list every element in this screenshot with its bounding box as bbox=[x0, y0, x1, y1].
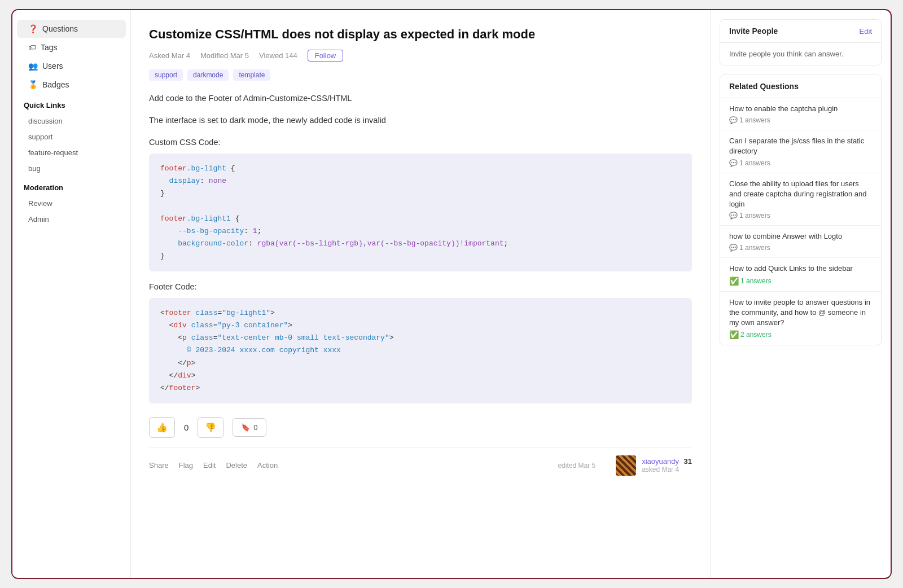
sidebar-item-questions[interactable]: ❓Questions bbox=[17, 20, 126, 38]
sidebar: ❓Questions🏷Tags👥Users🏅Badges Quick Links… bbox=[12, 10, 131, 578]
related-title: Related Questions bbox=[729, 82, 799, 91]
author-rep: 31 bbox=[684, 457, 692, 466]
related-item-3[interactable]: how to combine Answer with Logto 💬 1 ans… bbox=[720, 226, 881, 258]
tag-darkmode[interactable]: darkmode bbox=[187, 69, 229, 81]
question-body-line1: Add code to the Footer of Admin-Customiz… bbox=[149, 92, 692, 105]
downvote-button[interactable]: 👎 bbox=[198, 417, 223, 438]
related-header: Related Questions bbox=[720, 75, 881, 98]
related-item-meta-4: ✅ 1 answers bbox=[729, 277, 872, 286]
action-link[interactable]: Action bbox=[257, 461, 278, 469]
related-item-meta-1: 💬 1 answers bbox=[729, 159, 872, 167]
related-questions-card: Related Questions How to enable the capt… bbox=[720, 74, 882, 345]
answer-badge-0: 💬 1 answers bbox=[729, 116, 770, 124]
modified-date: Modified Mar 5 bbox=[200, 51, 249, 60]
css-code-block: footer.bg-light { display: none } footer… bbox=[149, 153, 692, 271]
related-item-title-1: Can I separate the js/css files in the s… bbox=[729, 136, 872, 156]
follow-button[interactable]: Follow bbox=[308, 50, 344, 62]
viewed-count: Viewed 144 bbox=[259, 51, 297, 60]
quick-links-title: Quick Links bbox=[12, 94, 130, 113]
question-title: Customize CSS/HTML does not display as e… bbox=[149, 26, 692, 43]
answer-count-2: 1 answers bbox=[739, 212, 770, 220]
related-item-title-4: How to add Quick Links to the sidebar bbox=[729, 264, 872, 274]
related-item-meta-2: 💬 1 answers bbox=[729, 212, 872, 220]
comment-icon: 💬 bbox=[729, 159, 738, 167]
related-item-1[interactable]: Can I separate the js/css files in the s… bbox=[720, 130, 881, 173]
flag-link[interactable]: Flag bbox=[179, 461, 193, 469]
answer-badge-3: 💬 1 answers bbox=[729, 244, 770, 252]
answer-badge-4: ✅ 1 answers bbox=[729, 277, 772, 286]
author-name[interactable]: xiaoyuandy bbox=[642, 457, 679, 466]
bookmark-count: 0 bbox=[253, 423, 257, 432]
question-body-line2: The interface is set to dark mode, the n… bbox=[149, 114, 692, 127]
quick-link-bug[interactable]: bug bbox=[17, 161, 126, 176]
related-item-title-0: How to enable the captcha plugin bbox=[729, 104, 872, 114]
related-item-5[interactable]: How to invite people to answer questions… bbox=[720, 292, 881, 345]
answer-badge-1: 💬 1 answers bbox=[729, 159, 770, 167]
share-link[interactable]: Share bbox=[149, 461, 169, 469]
related-item-meta-3: 💬 1 answers bbox=[729, 244, 872, 252]
sidebar-item-tags[interactable]: 🏷Tags bbox=[17, 38, 126, 56]
answer-badge-2: 💬 1 answers bbox=[729, 212, 770, 220]
related-item-title-3: how to combine Answer with Logto bbox=[729, 231, 872, 242]
delete-link[interactable]: Delete bbox=[226, 461, 247, 469]
related-item-meta-0: 💬 1 answers bbox=[729, 116, 872, 124]
comment-icon: 💬 bbox=[729, 116, 738, 124]
related-item-2[interactable]: Close the ability to upload files for us… bbox=[720, 173, 881, 226]
related-item-0[interactable]: How to enable the captcha plugin 💬 1 ans… bbox=[720, 98, 881, 130]
upvote-button[interactable]: 👍 bbox=[149, 417, 175, 438]
moderation-title: Moderation bbox=[12, 177, 130, 195]
answer-count-3: 1 answers bbox=[739, 244, 770, 252]
avatar bbox=[616, 455, 636, 476]
users-icon: 👥 bbox=[28, 62, 38, 71]
invite-body: Invite people you think can answer. bbox=[720, 43, 881, 65]
quick-link-discussion[interactable]: discussion bbox=[17, 113, 126, 129]
sidebar-label-tags: Tags bbox=[41, 43, 58, 52]
related-item-title-5: How to invite people to answer questions… bbox=[729, 297, 872, 328]
bookmark-button[interactable]: 🔖 0 bbox=[233, 418, 266, 437]
mod-link-review[interactable]: Review bbox=[17, 196, 126, 211]
invite-title: Invite People bbox=[729, 27, 778, 36]
bookmark-icon: 🔖 bbox=[241, 423, 250, 432]
invite-edit-link[interactable]: Edit bbox=[860, 27, 872, 36]
answer-count-1: 1 answers bbox=[739, 159, 770, 167]
asked-date: Asked Mar 4 bbox=[149, 51, 190, 60]
vote-row: 👍 0 👎 🔖 0 bbox=[149, 417, 692, 438]
questions-icon: ❓ bbox=[28, 24, 38, 33]
related-item-4[interactable]: How to add Quick Links to the sidebar ✅ … bbox=[720, 258, 881, 291]
question-meta: Asked Mar 4 Modified Mar 5 Viewed 144 Fo… bbox=[149, 50, 692, 62]
comment-icon: 💬 bbox=[729, 244, 738, 252]
edit-link[interactable]: Edit bbox=[203, 461, 216, 469]
answer-count-0: 1 answers bbox=[739, 116, 770, 124]
tags: supportdarkmodetemplate bbox=[149, 69, 692, 81]
right-sidebar: Invite People Edit Invite people you thi… bbox=[710, 10, 891, 578]
vote-count: 0 bbox=[181, 423, 192, 432]
custom-css-label: Custom CSS Code: bbox=[149, 136, 692, 149]
answer-count-5: 2 answers bbox=[740, 331, 772, 339]
tag-template[interactable]: template bbox=[233, 69, 270, 81]
edited-text: edited Mar 5 bbox=[558, 462, 595, 469]
footer-code-block: <footer class="bg-light1"> <div class="p… bbox=[149, 298, 692, 403]
check-icon: ✅ bbox=[729, 277, 739, 286]
author-asked: asked Mar 4 bbox=[642, 466, 692, 473]
mod-link-admin[interactable]: Admin bbox=[17, 212, 126, 227]
check-icon: ✅ bbox=[729, 330, 739, 339]
badges-icon: 🏅 bbox=[28, 80, 38, 89]
invite-card: Invite People Edit Invite people you thi… bbox=[720, 19, 882, 65]
tags-icon: 🏷 bbox=[28, 43, 36, 52]
invite-header: Invite People Edit bbox=[720, 20, 881, 43]
sidebar-item-users[interactable]: 👥Users bbox=[17, 57, 126, 75]
answer-badge-5: ✅ 2 answers bbox=[729, 330, 772, 339]
related-list: How to enable the captcha plugin 💬 1 ans… bbox=[720, 98, 881, 345]
sidebar-label-users: Users bbox=[42, 62, 63, 71]
tag-support[interactable]: support bbox=[149, 69, 183, 81]
main-window: ❓Questions🏷Tags👥Users🏅Badges Quick Links… bbox=[11, 9, 892, 579]
related-item-meta-5: ✅ 2 answers bbox=[729, 330, 872, 339]
action-row: Share Flag Edit Delete Action edited Mar… bbox=[149, 447, 692, 476]
quick-link-support[interactable]: support bbox=[17, 129, 126, 144]
quick-link-feature-request[interactable]: feature-request bbox=[17, 145, 126, 160]
author-block: xiaoyuandy 31 asked Mar 4 bbox=[616, 455, 692, 476]
quick-links: discussionsupportfeature-requestbug bbox=[12, 113, 130, 176]
moderation-links: ReviewAdmin bbox=[12, 196, 130, 227]
author-info: xiaoyuandy 31 asked Mar 4 bbox=[642, 457, 692, 473]
sidebar-item-badges[interactable]: 🏅Badges bbox=[17, 76, 126, 94]
